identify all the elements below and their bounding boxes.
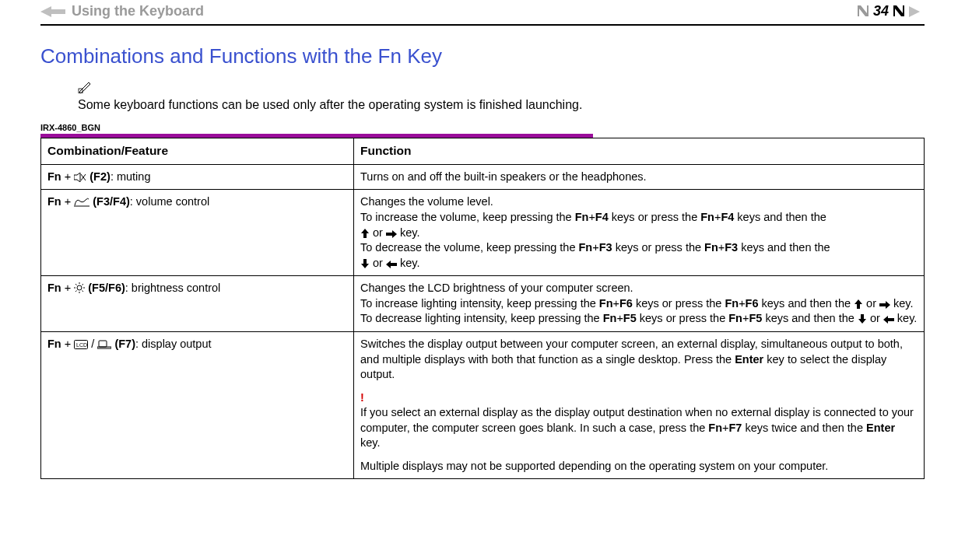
combo-cell: Fn + (F3/F4): volume control	[41, 190, 354, 276]
table-row: Fn + (F3/F4): volume control Changes the…	[41, 190, 925, 276]
warning-mark: !	[360, 390, 918, 406]
nav-prev-icon[interactable]	[40, 3, 65, 19]
table-row: Fn + LCD / (F7): display output	[41, 331, 925, 479]
warning-text: If you select an external display as the…	[360, 405, 918, 451]
arrow-left-icon	[883, 312, 894, 324]
mute-icon	[74, 170, 89, 183]
func-cell: Turns on and off the built-in speakers o…	[354, 164, 925, 190]
note-block: Some keyboard functions can be used only…	[78, 81, 925, 112]
svg-marker-12	[361, 259, 369, 268]
code-label: IRX-4860_BGN	[40, 123, 925, 132]
page-title: Combinations and Functions with the Fn K…	[40, 44, 925, 68]
arrow-left-icon	[386, 257, 397, 269]
table-row: Fn + (F2): muting Turns on and off the b…	[41, 164, 925, 190]
svg-rect-30	[97, 347, 111, 348]
svg-point-14	[77, 285, 82, 290]
pencil-note-icon	[78, 81, 925, 96]
arrow-right-icon	[879, 297, 890, 310]
combo-cell: Fn + (F2): muting	[41, 164, 354, 190]
external-display-icon	[97, 338, 114, 350]
func-cell: Changes the LCD brightness of your compu…	[354, 276, 925, 332]
svg-marker-26	[883, 316, 894, 324]
page-header: Using the Keyboard 34	[40, 0, 925, 19]
svg-marker-11	[386, 230, 397, 238]
nav-n-icon[interactable]	[856, 4, 870, 19]
header-rule	[40, 24, 925, 26]
svg-marker-13	[386, 261, 397, 268]
svg-text:LCD: LCD	[76, 342, 87, 348]
svg-marker-0	[40, 6, 51, 17]
svg-rect-1	[51, 9, 65, 14]
svg-marker-4	[909, 6, 920, 17]
svg-marker-3	[893, 5, 904, 16]
th-combination: Combination/Feature	[41, 138, 354, 165]
arrow-down-icon	[360, 257, 370, 269]
fn-key-table: Combination/Feature Function Fn + (F2	[40, 138, 925, 479]
svg-marker-24	[879, 301, 890, 309]
display-icon: LCD	[74, 338, 91, 350]
svg-marker-2	[858, 5, 868, 16]
func-cell: Changes the volume level. To increase th…	[354, 190, 925, 276]
svg-marker-6	[74, 173, 80, 182]
arrow-down-icon	[858, 312, 867, 324]
svg-marker-23	[854, 299, 862, 309]
arrow-right-icon	[386, 226, 397, 239]
volume-icon	[74, 195, 93, 208]
page-number: 34	[873, 3, 889, 19]
combo-cell: Fn + LCD / (F7): display output	[41, 331, 354, 479]
brightness-icon	[74, 282, 88, 294]
svg-line-21	[82, 284, 84, 285]
combo-cell: Fn + (F5/F6): brightness co	[41, 276, 354, 332]
svg-line-19	[75, 284, 77, 285]
arrow-up-icon	[360, 226, 370, 239]
header-section-title: Using the Keyboard	[72, 3, 204, 19]
svg-marker-10	[361, 229, 369, 238]
func-cell: Switches the display output between your…	[354, 331, 925, 479]
svg-rect-29	[99, 341, 107, 347]
tail-note: Multiple displays may not be supported d…	[360, 459, 918, 474]
svg-line-20	[82, 291, 84, 292]
nav-next-icon[interactable]	[892, 4, 906, 19]
nav-next-arrow-icon[interactable]	[909, 5, 925, 19]
svg-line-22	[75, 291, 77, 292]
note-text: Some keyboard functions can be used only…	[78, 98, 582, 111]
table-row: Fn + (F5/F6): brightness co	[41, 276, 925, 332]
th-function: Function	[354, 138, 925, 165]
svg-marker-25	[858, 314, 866, 324]
arrow-up-icon	[854, 297, 863, 310]
